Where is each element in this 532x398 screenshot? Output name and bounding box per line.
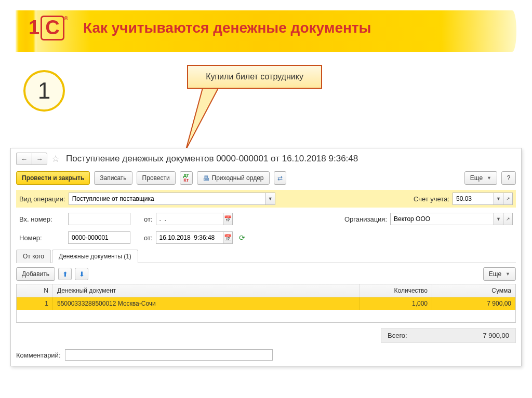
logo-1c: 1С®	[29, 16, 68, 40]
logo-1: 1	[29, 17, 39, 38]
slide-title: Как учитываются денежные документы	[83, 20, 371, 36]
logo-c: С	[41, 16, 64, 40]
slide-header: 1С® Как учитываются денежные документы	[0, 0, 532, 57]
